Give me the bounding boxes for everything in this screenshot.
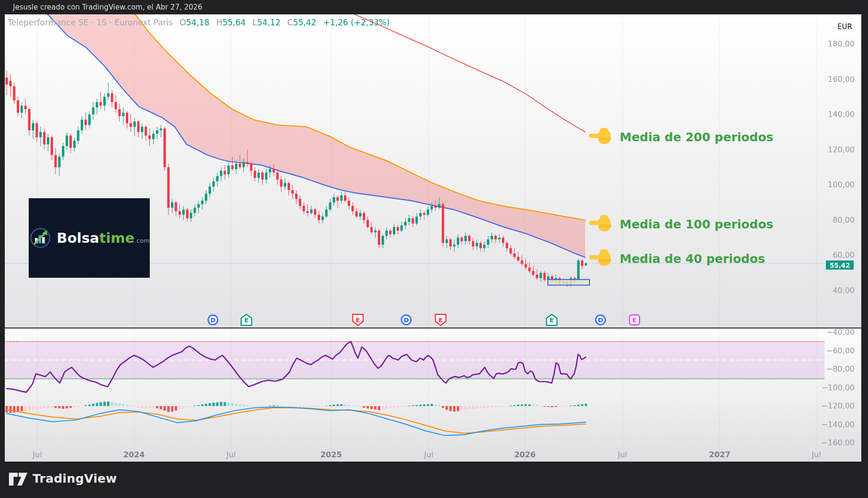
candle-up bbox=[374, 231, 377, 233]
candle-up bbox=[216, 176, 219, 181]
histogram-bar bbox=[431, 404, 433, 406]
svg-text:E: E bbox=[633, 317, 637, 324]
candle-up bbox=[209, 187, 211, 194]
close-label: C bbox=[287, 18, 293, 27]
histogram-bar bbox=[562, 406, 565, 407]
ma-200-line[interactable] bbox=[354, 14, 585, 132]
candle-down bbox=[69, 136, 72, 148]
candle-up bbox=[385, 231, 388, 236]
histogram-bar bbox=[148, 406, 151, 408]
histogram-bar bbox=[141, 406, 143, 408]
histogram-bar bbox=[558, 406, 561, 407]
histogram-bar bbox=[246, 405, 249, 406]
indicator-options-dots[interactable]: ... bbox=[10, 335, 19, 344]
candle-up bbox=[47, 137, 49, 145]
candle-up bbox=[329, 203, 331, 210]
candle-down bbox=[502, 238, 504, 243]
candle-up bbox=[171, 203, 173, 208]
ma-annotation[interactable]: Media de 100 periodos bbox=[589, 215, 773, 234]
histogram-bar bbox=[164, 406, 166, 411]
histogram-bar bbox=[32, 406, 34, 410]
histogram-bar bbox=[47, 406, 49, 408]
candle-down bbox=[250, 164, 252, 171]
candle-up bbox=[227, 166, 230, 174]
candle-down bbox=[536, 274, 538, 278]
histogram-bar bbox=[517, 405, 519, 406]
candle-up bbox=[404, 222, 407, 225]
earnings-badge[interactable]: E bbox=[434, 313, 448, 327]
low-value: 54,12 bbox=[257, 18, 280, 27]
candle-up bbox=[284, 183, 286, 186]
candle-down bbox=[9, 81, 11, 86]
macd-line[interactable] bbox=[7, 407, 586, 436]
candle-up bbox=[257, 172, 260, 178]
support-rectangle-drawing[interactable] bbox=[548, 280, 590, 285]
price-axis-label: 160,00 bbox=[828, 75, 855, 84]
candle-down bbox=[6, 78, 8, 85]
histogram-bar bbox=[325, 406, 328, 406]
candle-down bbox=[231, 166, 234, 169]
candle-up bbox=[427, 209, 429, 215]
earnings-badge[interactable]: E bbox=[627, 313, 642, 327]
histogram-bar bbox=[393, 406, 395, 407]
dividend-badge[interactable]: D bbox=[399, 313, 413, 327]
currency-button[interactable]: EUR bbox=[830, 19, 860, 34]
candle-up bbox=[77, 130, 79, 141]
earnings-badge[interactable]: E bbox=[239, 313, 254, 327]
histogram-bar bbox=[284, 406, 286, 407]
candle-down bbox=[318, 215, 320, 220]
earnings-badge[interactable]: E bbox=[545, 313, 559, 327]
ma-annotation-text: Media de 40 periodos bbox=[620, 252, 765, 266]
candle-up bbox=[431, 206, 433, 209]
price-scale-main[interactable] bbox=[829, 14, 861, 328]
close-value: 55,42 bbox=[293, 18, 316, 27]
indicator-axis-label: −60,00 bbox=[826, 347, 855, 355]
histogram-bar bbox=[468, 406, 470, 409]
histogram-bar bbox=[547, 406, 549, 407]
histogram-bar bbox=[513, 405, 516, 406]
svg-text:E: E bbox=[356, 317, 360, 324]
indicator-axis-label: −40,00 bbox=[826, 328, 855, 337]
dividend-badge[interactable]: D bbox=[206, 313, 220, 327]
ma-annotation[interactable]: Media de 40 periodos bbox=[589, 249, 765, 268]
histogram-bar bbox=[269, 406, 271, 406]
macd-histogram bbox=[6, 401, 587, 413]
histogram-bar bbox=[502, 406, 504, 407]
candle-down bbox=[17, 101, 19, 113]
histogram-bar bbox=[333, 405, 335, 406]
histogram-bar bbox=[276, 406, 278, 406]
candle-down bbox=[299, 199, 301, 206]
bolsatime-gauge-icon bbox=[29, 226, 52, 250]
candle-up bbox=[359, 213, 361, 216]
dividend-badge[interactable]: D bbox=[593, 313, 608, 327]
candle-up bbox=[152, 134, 155, 139]
current-price-label: 55,42 bbox=[826, 260, 854, 270]
svg-text:E: E bbox=[439, 317, 443, 324]
candle-down bbox=[378, 231, 380, 245]
histogram-bar bbox=[122, 404, 124, 406]
histogram-bar bbox=[490, 406, 493, 407]
tradingview-watermark[interactable]: TradingView bbox=[9, 471, 117, 486]
histogram-bar bbox=[9, 406, 11, 413]
ma-annotation[interactable]: Media de 200 periodos bbox=[589, 127, 773, 147]
histogram-bar bbox=[449, 406, 452, 411]
candle-down bbox=[145, 127, 147, 136]
tradingview-icon bbox=[9, 471, 28, 486]
candle-up bbox=[401, 226, 403, 231]
earnings-badge[interactable]: E bbox=[351, 313, 365, 327]
candle-down bbox=[472, 241, 474, 247]
candle-down bbox=[28, 109, 31, 130]
candle-down bbox=[461, 238, 463, 241]
histogram-bar bbox=[310, 406, 312, 407]
histogram-bar bbox=[35, 406, 38, 409]
histogram-bar bbox=[66, 406, 68, 408]
candle-down bbox=[295, 193, 298, 199]
price-axis-label: 180,00 bbox=[828, 40, 855, 48]
candle-down bbox=[513, 253, 516, 257]
candle-up bbox=[393, 227, 395, 234]
ma-annotation-text: Media de 100 periodos bbox=[620, 217, 773, 231]
candle-down bbox=[167, 167, 169, 208]
macd-signal-line[interactable] bbox=[7, 407, 586, 433]
histogram-bar bbox=[427, 404, 429, 406]
symbol-legend[interactable]: Teleperformance SE · 1S · Euronext Paris… bbox=[8, 18, 389, 27]
